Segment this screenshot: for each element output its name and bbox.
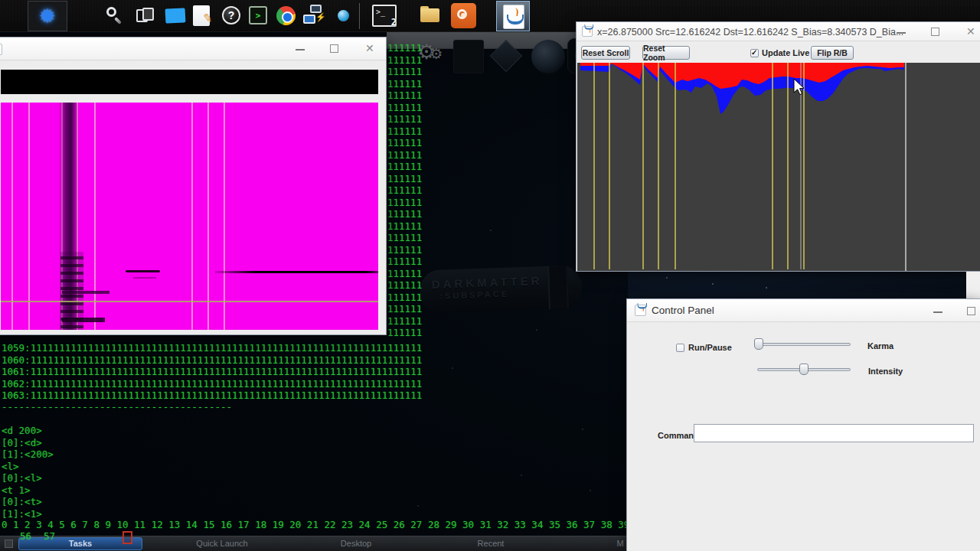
- dark-dash-faint: [133, 277, 156, 279]
- prompt-icon: >_: [376, 8, 385, 16]
- vertical-marker-line: [11, 103, 13, 330]
- terminal-app-button[interactable]: >: [249, 6, 267, 24]
- dark-dash: [126, 270, 160, 272]
- desktop-screen: DARKMATTER :SUBSPACE ⚙⚙ TasksQuick Launc…: [0, 0, 980, 551]
- update-live-checkbox[interactable]: [750, 49, 759, 57]
- command-label: Command: [658, 431, 699, 440]
- vertical-marker-line: [94, 103, 96, 330]
- karma-slider-thumb[interactable]: [754, 338, 763, 350]
- dark-long-line: [215, 271, 378, 273]
- network-places-button[interactable]: ⚡: [303, 5, 327, 28]
- command-input[interactable]: [694, 424, 974, 442]
- command-prompt-button[interactable]: >_ 2: [372, 5, 397, 27]
- viewer-titlebar[interactable]: ✕: [0, 37, 386, 60]
- notepad-app-button[interactable]: ✎: [193, 5, 210, 26]
- run-pause-checkbox[interactable]: [676, 344, 684, 352]
- chart-window-title: x=26.875000 Src=12.616242 Dst=12.616242 …: [597, 27, 903, 37]
- intensity-slider-thumb[interactable]: [799, 364, 808, 375]
- help-app-button[interactable]: ?: [222, 6, 240, 24]
- viewer-black-bar: [1, 70, 378, 94]
- file-explorer-button[interactable]: [420, 6, 439, 22]
- bottom-taskbar-item-quick-launch[interactable]: Quick Launch: [196, 539, 247, 548]
- atom-icon: ✹: [39, 5, 56, 28]
- search-button[interactable]: [106, 6, 124, 24]
- java-app-button-active[interactable]: [496, 1, 530, 31]
- java-app-icon: [635, 305, 646, 316]
- bottom-taskbar-logo-icon[interactable]: [5, 540, 13, 548]
- signal-chart: [580, 63, 904, 269]
- reset-zoom-button[interactable]: Reset Zoom: [642, 46, 690, 60]
- reset-scroll-button[interactable]: Reset Scroll: [581, 46, 630, 60]
- vertical-marker-line: [207, 103, 209, 330]
- bottom-taskbar-item-tasks[interactable]: Tasks: [69, 539, 92, 548]
- chart-toolbar: Reset Scroll Reset Zoom Update Live Flip…: [577, 41, 980, 63]
- screenshot-app-button[interactable]: [451, 3, 476, 28]
- bottom-taskbar-item-recent[interactable]: Recent: [478, 539, 505, 548]
- search-icon: [106, 7, 116, 17]
- minimize-button[interactable]: [296, 49, 305, 51]
- java-app-icon: [0, 44, 2, 55]
- star: [766, 287, 767, 289]
- bottom-taskbar-item-m[interactable]: M: [616, 539, 623, 548]
- java-app-icon: [582, 26, 593, 37]
- window-count-badge: 2: [391, 17, 397, 28]
- karma-slider-track[interactable]: [757, 343, 851, 346]
- windows-start-button[interactable]: [74, 6, 93, 26]
- star: [712, 283, 714, 285]
- update-live-label: Update Live: [762, 48, 809, 57]
- vertical-marker-line: [191, 103, 193, 330]
- image-viewer-window: ✕: [0, 37, 387, 335]
- run-pause-label: Run/Pause: [688, 343, 732, 352]
- maximize-button[interactable]: [967, 307, 975, 315]
- highlighted-app-button[interactable]: ✹: [28, 1, 67, 31]
- viewer-canvas[interactable]: [1, 103, 378, 330]
- control-panel-title: Control Panel: [652, 305, 714, 316]
- control-panel-titlebar[interactable]: Control Panel: [627, 299, 980, 322]
- task-view-button[interactable]: [136, 8, 155, 24]
- intensity-label: Intensity: [868, 367, 903, 376]
- maximize-button[interactable]: [330, 44, 338, 53]
- flip-rb-button[interactable]: Flip R/B: [811, 46, 854, 60]
- sphere-app-button[interactable]: [338, 10, 349, 21]
- signal-chart-window: x=26.875000 Src=12.616242 Dst=12.616242 …: [576, 21, 980, 272]
- taskbar-divider: [358, 3, 359, 29]
- horizontal-marker-line: [1, 301, 378, 302]
- maximize-button[interactable]: [931, 28, 939, 36]
- karma-label: Karma: [867, 341, 893, 350]
- pencil-icon: ✎: [202, 11, 214, 26]
- chrome-browser-button[interactable]: [276, 6, 296, 25]
- dark-streak: [62, 318, 105, 322]
- star: [666, 277, 668, 279]
- terminal-prompt-icon: >: [256, 11, 261, 21]
- minimize-button[interactable]: [897, 32, 906, 34]
- vertical-marker-line: [28, 103, 30, 330]
- chart-titlebar[interactable]: x=26.875000 Src=12.616242 Dst=12.616242 …: [577, 22, 980, 41]
- chart-plot-area[interactable]: [577, 63, 980, 271]
- plot-separator-line: [905, 63, 906, 271]
- vertical-marker-line: [224, 103, 225, 330]
- bolt-icon: ⚡: [315, 12, 326, 22]
- control-panel-window: Control Panel Run/Pause Karma Intensity …: [626, 298, 980, 551]
- java-cup-icon: [504, 5, 524, 28]
- bottom-taskbar-item-desktop[interactable]: Desktop: [341, 539, 371, 548]
- background-window-corner: [966, 272, 980, 300]
- close-button[interactable]: ✕: [966, 26, 975, 37]
- mouse-cursor: [793, 78, 807, 96]
- minimize-button[interactable]: [933, 311, 942, 313]
- close-button[interactable]: ✕: [365, 43, 374, 54]
- display-app-button[interactable]: [165, 8, 186, 23]
- dark-streak: [62, 291, 109, 294]
- question-mark-icon: ?: [228, 9, 235, 21]
